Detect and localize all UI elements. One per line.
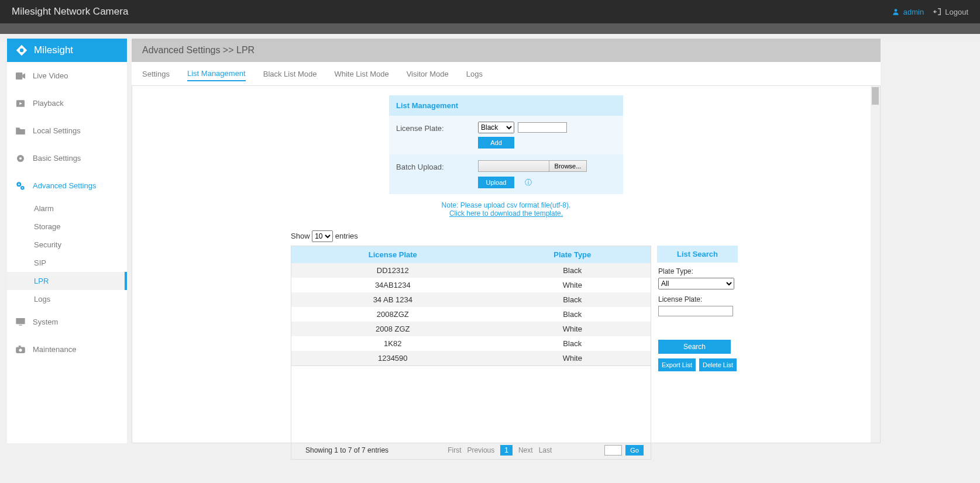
export-list-button[interactable]: Export List	[658, 358, 696, 371]
table-row[interactable]: 2008ZGZBlack	[291, 307, 651, 322]
svg-point-9	[22, 187, 23, 188]
search-plate-label: License Plate:	[658, 295, 737, 303]
add-button[interactable]: Add	[478, 137, 514, 149]
info-icon[interactable]: ⓘ	[525, 178, 532, 187]
upload-button[interactable]: Upload	[478, 177, 514, 188]
table-row[interactable]: 1234590White	[291, 351, 651, 366]
svg-rect-11	[19, 325, 22, 325]
pager-goto-input[interactable]	[604, 445, 622, 456]
sidebar-sub-storage[interactable]: Storage	[34, 218, 127, 236]
folder-icon	[15, 126, 26, 136]
license-plate-label: License Plate:	[396, 122, 478, 133]
svg-point-1	[20, 49, 23, 52]
user-name: admin	[903, 8, 924, 16]
spacer-band	[0, 34, 980, 39]
delete-list-button[interactable]: Delete List	[699, 358, 737, 371]
search-plate-type-select[interactable]: All	[658, 278, 734, 289]
pager-next[interactable]: Next	[518, 446, 533, 454]
sidebar-submenu: Alarm Storage Security SIP LPR Logs	[7, 199, 127, 308]
tab-bar: Settings List Management Black List Mode…	[132, 62, 881, 85]
sidebar-item-maintenance[interactable]: Maintenance	[7, 336, 127, 363]
search-button[interactable]: Search	[658, 340, 731, 354]
download-template-link[interactable]: Click here to download the template.	[449, 209, 563, 218]
monitor-icon	[15, 317, 26, 327]
sidebar-sub-logs[interactable]: Logs	[34, 290, 127, 308]
svg-point-8	[18, 184, 20, 185]
tab-black-list-mode[interactable]: Black List Mode	[263, 67, 317, 81]
table-row[interactable]: 34AB1234White	[291, 278, 651, 292]
tab-list-management[interactable]: List Management	[187, 67, 246, 81]
logout-button[interactable]: Logout	[933, 8, 968, 16]
sidebar-item-basic-settings[interactable]: Basic Settings	[7, 144, 127, 172]
browse-button[interactable]: Browse...	[549, 160, 587, 172]
search-plate-input[interactable]	[658, 306, 733, 316]
sidebar-label: Advanced Settings	[33, 181, 96, 190]
sidebar-item-live-video[interactable]: Live Video	[7, 62, 127, 89]
note-text: Note: Please upload csv format file(utf-…	[442, 201, 571, 209]
sidebar: Milesight Live Video Playback Local Sett…	[7, 39, 127, 443]
topbar-right: admin Logout	[892, 8, 968, 16]
svg-rect-10	[16, 318, 25, 324]
table-row[interactable]: DD12312Black	[291, 263, 651, 278]
table-row[interactable]: 2008 ZGZWhite	[291, 322, 651, 336]
tab-logs[interactable]: Logs	[466, 67, 483, 81]
svg-point-13	[19, 349, 22, 351]
sidebar-label: Maintenance	[33, 345, 76, 354]
sidebar-label: Basic Settings	[33, 154, 81, 163]
pager: First Previous 1 Next Last	[448, 445, 552, 456]
sidebar-sub-alarm[interactable]: Alarm	[34, 199, 127, 218]
license-plate-row: License Plate: Black Add	[389, 116, 623, 154]
sub-label: Alarm	[34, 204, 54, 213]
col-plate-type[interactable]: Plate Type	[494, 246, 651, 264]
pager-prev[interactable]: Previous	[467, 446, 495, 454]
sidebar-sub-lpr[interactable]: LPR	[7, 272, 127, 290]
cell-plate: 1K82	[291, 336, 494, 351]
sidebar-label: Local Settings	[33, 126, 81, 135]
brand: Milesight	[7, 39, 127, 62]
app-title: Milesight Network Camera	[12, 6, 128, 18]
tab-white-list-mode[interactable]: White List Mode	[334, 67, 388, 81]
upload-note: Note: Please upload csv format file(utf-…	[149, 201, 864, 218]
sidebar-item-system[interactable]: System	[7, 308, 127, 336]
list-management-form: List Management License Plate: Black Add…	[389, 95, 623, 194]
table-row[interactable]: 34 AB 1234Black	[291, 292, 651, 307]
logout-label: Logout	[945, 8, 968, 16]
sub-label: SIP	[34, 258, 46, 267]
pager-current[interactable]: 1	[500, 445, 513, 456]
sub-label: Storage	[34, 222, 61, 231]
pager-go-button[interactable]: Go	[625, 445, 644, 456]
sidebar-label: Playback	[33, 99, 64, 108]
browse-field	[478, 160, 549, 172]
sidebar-sub-security[interactable]: Security	[34, 236, 127, 254]
entries-select[interactable]: 10	[312, 230, 333, 242]
content-panel: List Management License Plate: Black Add…	[132, 85, 881, 443]
table-row[interactable]: 1K82Black	[291, 336, 651, 351]
entries-prefix: Show	[291, 232, 310, 240]
col-license-plate[interactable]: License Plate	[291, 246, 494, 264]
camera-icon	[15, 344, 26, 355]
plate-input[interactable]	[518, 122, 567, 133]
search-title: List Search	[657, 246, 738, 263]
scrollbar[interactable]	[871, 86, 880, 443]
sidebar-sub-sip[interactable]: SIP	[34, 254, 127, 272]
sidebar-item-playback[interactable]: Playback	[7, 89, 127, 117]
brand-icon	[15, 44, 28, 57]
sub-bar	[0, 23, 980, 34]
cell-plate: 2008ZGZ	[291, 307, 494, 322]
pager-first[interactable]: First	[448, 446, 461, 454]
plate-type-select[interactable]: Black	[478, 122, 514, 133]
svg-rect-14	[19, 346, 21, 347]
pager-last[interactable]: Last	[539, 446, 552, 454]
sidebar-item-advanced-settings[interactable]: Advanced Settings	[7, 172, 127, 199]
video-icon	[15, 71, 26, 81]
sub-label: LPR	[34, 277, 49, 285]
gears-icon	[15, 181, 26, 191]
form-title: List Management	[389, 95, 623, 116]
user-link[interactable]: admin	[892, 8, 924, 16]
scrollbar-thumb[interactable]	[872, 87, 879, 105]
cell-type: Black	[494, 336, 651, 351]
tab-visitor-mode[interactable]: Visitor Mode	[407, 67, 449, 81]
cell-plate: DD12312	[291, 263, 494, 278]
sidebar-item-local-settings[interactable]: Local Settings	[7, 117, 127, 144]
tab-settings[interactable]: Settings	[142, 67, 170, 81]
